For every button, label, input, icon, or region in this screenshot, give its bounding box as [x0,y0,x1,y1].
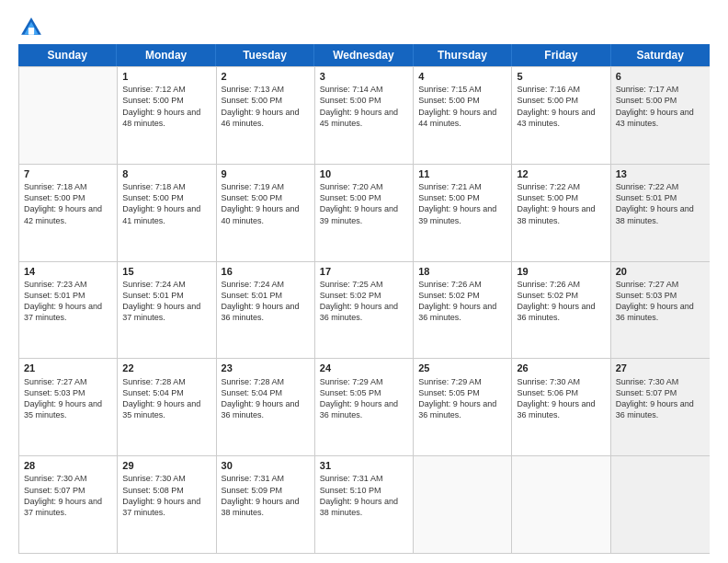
day-cell-24: 24Sunrise: 7:29 AMSunset: 5:05 PMDayligh… [315,359,414,455]
day-cell-30: 30Sunrise: 7:31 AMSunset: 5:09 PMDayligh… [217,456,315,553]
day-number: 30 [222,459,310,472]
day-number: 16 [222,265,310,278]
day-cell-13: 13Sunrise: 7:22 AMSunset: 5:01 PMDayligh… [611,165,710,261]
header [18,15,710,40]
cell-info: Sunrise: 7:27 AMSunset: 5:03 PMDaylight:… [616,279,705,324]
day-number: 5 [517,70,605,83]
day-number: 2 [222,70,310,83]
day-number: 11 [418,167,506,180]
cell-info: Sunrise: 7:25 AMSunset: 5:02 PMDaylight:… [320,279,408,324]
header-day-saturday: Saturday [611,44,710,66]
cell-info: Sunrise: 7:31 AMSunset: 5:10 PMDaylight:… [320,473,408,518]
week-row-3: 14Sunrise: 7:23 AMSunset: 5:01 PMDayligh… [19,261,710,359]
day-number: 3 [320,70,408,83]
cell-info: Sunrise: 7:29 AMSunset: 5:05 PMDaylight:… [320,376,408,421]
day-cell-1: 1Sunrise: 7:12 AMSunset: 5:00 PMDaylight… [118,67,216,164]
cell-info: Sunrise: 7:23 AMSunset: 5:01 PMDaylight:… [24,279,112,324]
day-cell-3: 3Sunrise: 7:14 AMSunset: 5:00 PMDaylight… [315,67,414,164]
main-container: SundayMondayTuesdayWednesdayThursdayFrid… [0,0,728,563]
cell-info: Sunrise: 7:26 AMSunset: 5:02 PMDaylight:… [517,279,605,324]
svg-rect-2 [28,28,34,35]
day-cell-19: 19Sunrise: 7:26 AMSunset: 5:02 PMDayligh… [512,262,610,359]
cell-info: Sunrise: 7:30 AMSunset: 5:08 PMDaylight:… [122,473,210,518]
day-cell-18: 18Sunrise: 7:26 AMSunset: 5:02 PMDayligh… [414,262,512,359]
day-cell-31: 31Sunrise: 7:31 AMSunset: 5:10 PMDayligh… [315,456,414,553]
day-number: 23 [222,362,310,374]
empty-cell [19,67,118,164]
day-cell-25: 25Sunrise: 7:29 AMSunset: 5:05 PMDayligh… [414,359,512,455]
calendar-header: SundayMondayTuesdayWednesdayThursdayFrid… [18,44,710,66]
cell-info: Sunrise: 7:28 AMSunset: 5:04 PMDaylight:… [122,376,210,421]
day-number: 12 [517,167,605,180]
cell-info: Sunrise: 7:29 AMSunset: 5:05 PMDaylight:… [418,376,506,421]
day-number: 28 [24,459,112,472]
cell-info: Sunrise: 7:30 AMSunset: 5:06 PMDaylight:… [517,376,605,421]
day-cell-20: 20Sunrise: 7:27 AMSunset: 5:03 PMDayligh… [611,262,710,359]
day-number: 17 [320,265,408,278]
header-day-thursday: Thursday [414,44,512,66]
logo-icon [18,15,44,40]
day-cell-27: 27Sunrise: 7:30 AMSunset: 5:07 PMDayligh… [611,359,710,455]
cell-info: Sunrise: 7:21 AMSunset: 5:00 PMDaylight:… [418,181,506,226]
cell-info: Sunrise: 7:13 AMSunset: 5:00 PMDaylight:… [222,84,310,129]
day-cell-17: 17Sunrise: 7:25 AMSunset: 5:02 PMDayligh… [315,262,414,359]
header-day-wednesday: Wednesday [314,44,413,66]
day-cell-29: 29Sunrise: 7:30 AMSunset: 5:08 PMDayligh… [118,456,216,553]
empty-cell [611,456,710,553]
day-number: 27 [616,362,705,374]
day-number: 15 [122,265,210,278]
day-cell-28: 28Sunrise: 7:30 AMSunset: 5:07 PMDayligh… [19,456,118,553]
day-cell-5: 5Sunrise: 7:16 AMSunset: 5:00 PMDaylight… [512,67,610,164]
cell-info: Sunrise: 7:24 AMSunset: 5:01 PMDaylight:… [122,279,210,324]
day-number: 24 [320,362,408,374]
day-cell-10: 10Sunrise: 7:20 AMSunset: 5:00 PMDayligh… [315,165,414,261]
day-cell-11: 11Sunrise: 7:21 AMSunset: 5:00 PMDayligh… [414,165,512,261]
empty-cell [414,456,512,553]
cell-info: Sunrise: 7:27 AMSunset: 5:03 PMDaylight:… [24,376,112,421]
day-cell-22: 22Sunrise: 7:28 AMSunset: 5:04 PMDayligh… [118,359,216,455]
day-number: 10 [320,167,408,180]
day-number: 14 [24,265,112,278]
day-cell-15: 15Sunrise: 7:24 AMSunset: 5:01 PMDayligh… [118,262,216,359]
header-day-friday: Friday [512,44,610,66]
calendar-body: 1Sunrise: 7:12 AMSunset: 5:00 PMDaylight… [18,66,710,554]
day-cell-6: 6Sunrise: 7:17 AMSunset: 5:00 PMDaylight… [611,67,710,164]
day-number: 25 [418,362,506,374]
cell-info: Sunrise: 7:16 AMSunset: 5:00 PMDaylight:… [517,84,605,129]
day-number: 4 [418,70,506,83]
empty-cell [512,456,610,553]
header-day-sunday: Sunday [18,44,117,66]
day-cell-26: 26Sunrise: 7:30 AMSunset: 5:06 PMDayligh… [512,359,610,455]
day-number: 22 [122,362,210,374]
cell-info: Sunrise: 7:18 AMSunset: 5:00 PMDaylight:… [122,181,210,226]
header-day-tuesday: Tuesday [216,44,314,66]
day-number: 31 [320,459,408,472]
cell-info: Sunrise: 7:12 AMSunset: 5:00 PMDaylight:… [122,84,210,129]
logo [18,15,48,40]
cell-info: Sunrise: 7:24 AMSunset: 5:01 PMDaylight:… [222,279,310,324]
cell-info: Sunrise: 7:30 AMSunset: 5:07 PMDaylight:… [616,376,705,421]
day-cell-9: 9Sunrise: 7:19 AMSunset: 5:00 PMDaylight… [217,165,315,261]
day-number: 1 [122,70,210,83]
day-cell-12: 12Sunrise: 7:22 AMSunset: 5:00 PMDayligh… [512,165,610,261]
cell-info: Sunrise: 7:28 AMSunset: 5:04 PMDaylight:… [222,376,310,421]
calendar: SundayMondayTuesdayWednesdayThursdayFrid… [18,44,710,554]
week-row-2: 7Sunrise: 7:18 AMSunset: 5:00 PMDaylight… [19,164,710,261]
day-cell-8: 8Sunrise: 7:18 AMSunset: 5:00 PMDaylight… [118,165,216,261]
cell-info: Sunrise: 7:15 AMSunset: 5:00 PMDaylight:… [418,84,506,129]
cell-info: Sunrise: 7:18 AMSunset: 5:00 PMDaylight:… [24,181,112,226]
day-number: 6 [616,70,705,83]
day-cell-16: 16Sunrise: 7:24 AMSunset: 5:01 PMDayligh… [217,262,315,359]
day-number: 8 [122,167,210,180]
week-row-4: 21Sunrise: 7:27 AMSunset: 5:03 PMDayligh… [19,358,710,455]
day-cell-23: 23Sunrise: 7:28 AMSunset: 5:04 PMDayligh… [217,359,315,455]
cell-info: Sunrise: 7:20 AMSunset: 5:00 PMDaylight:… [320,181,408,226]
day-cell-14: 14Sunrise: 7:23 AMSunset: 5:01 PMDayligh… [19,262,118,359]
cell-info: Sunrise: 7:22 AMSunset: 5:00 PMDaylight:… [517,181,605,226]
cell-info: Sunrise: 7:31 AMSunset: 5:09 PMDaylight:… [222,473,310,518]
day-cell-2: 2Sunrise: 7:13 AMSunset: 5:00 PMDaylight… [217,67,315,164]
header-day-monday: Monday [117,44,215,66]
day-number: 19 [517,265,605,278]
day-number: 20 [616,265,705,278]
day-number: 18 [418,265,506,278]
